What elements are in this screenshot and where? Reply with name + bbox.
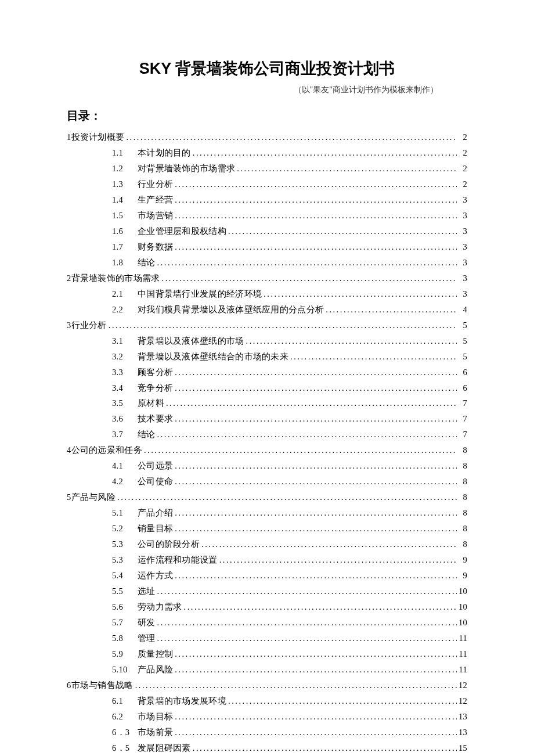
toc-entry-page: 5 xyxy=(457,333,467,349)
toc-entry-label: 技术要求 xyxy=(138,411,173,427)
toc-entry-label: 原材料 xyxy=(138,395,164,411)
toc-entry-label: 产品风险 xyxy=(138,662,173,678)
toc-entry-number: 6．3 xyxy=(112,725,138,740)
toc-leader-dots xyxy=(156,615,457,631)
toc-entry-page: 11 xyxy=(457,631,467,646)
toc-entry-label: 管理 xyxy=(138,631,156,646)
toc-leader-dots xyxy=(173,177,457,192)
toc-entry-label: 结论 xyxy=(138,255,156,271)
toc-entry-number: 1.5 xyxy=(112,208,138,224)
toc-leader-dots xyxy=(182,599,457,615)
toc-entry-page: 3 xyxy=(457,224,467,239)
toc-entry-number: 3.2 xyxy=(112,349,138,365)
toc-leader-dots xyxy=(173,725,457,740)
toc-entry-number: 5.3 xyxy=(112,537,138,552)
toc-entry: 3.6 技术要求7 xyxy=(67,411,467,427)
toc-leader-dots xyxy=(173,505,457,521)
toc-leader-dots xyxy=(226,693,457,709)
toc-entry-number: 5.10 xyxy=(112,662,138,678)
document-title: SKY 背景墙装饰公司商业投资计划书 xyxy=(67,58,467,79)
toc-entry-number: 6.2 xyxy=(112,709,138,725)
toc-leader-dots xyxy=(218,552,457,568)
toc-entry-page: 8 xyxy=(457,442,467,458)
toc-entry-label: 生产经营 xyxy=(138,192,173,208)
toc-entry-number: 4 xyxy=(67,442,71,458)
toc-leader-dots xyxy=(156,584,457,599)
toc-leader-dots xyxy=(173,239,457,255)
toc-entry-number: 6.1 xyxy=(112,693,138,709)
toc-entry-label: 市场与销售战略 xyxy=(71,678,134,693)
toc-entry-label: 研发 xyxy=(138,615,156,631)
toc-entry-number: 1 xyxy=(67,129,71,145)
toc-entry-page: 10 xyxy=(457,599,467,615)
toc-entry-page: 2 xyxy=(457,161,467,177)
toc-entry-page: 5 xyxy=(457,349,467,365)
toc-entry-number: 5.4 xyxy=(112,568,138,584)
toc-heading: 目录： xyxy=(67,108,467,124)
toc-leader-dots xyxy=(156,631,457,646)
toc-entry-page: 7 xyxy=(457,411,467,427)
toc-entry: 5 产品与风险8 xyxy=(67,489,467,505)
toc-leader-dots xyxy=(156,255,457,271)
toc-entry-number: 3 xyxy=(67,318,71,333)
toc-leader-dots xyxy=(173,646,457,662)
toc-entry-page: 3 xyxy=(457,255,467,271)
toc-entry: 6．3 市场前景13 xyxy=(67,725,467,740)
toc-entry-page: 9 xyxy=(457,568,467,584)
toc-entry-label: 市场营销 xyxy=(138,208,173,224)
toc-leader-dots xyxy=(142,442,457,458)
toc-entry-page: 13 xyxy=(457,709,467,725)
toc-entry-number: 5.1 xyxy=(112,505,138,521)
toc-entry-label: 运作方式 xyxy=(138,568,173,584)
toc-entry-label: 公司远景 xyxy=(138,458,173,474)
toc-leader-dots xyxy=(116,489,457,505)
toc-entry: 5.3 公司的阶段分析8 xyxy=(67,537,467,552)
document-subtitle: （以"果友"商业计划书作为模板来制作） xyxy=(67,85,467,95)
toc-entry-page: 3 xyxy=(457,286,467,302)
toc-entry-number: 3.7 xyxy=(112,427,138,442)
toc-entry-label: 公司的远景和任务 xyxy=(71,442,142,458)
toc-entry-number: 5.3 xyxy=(112,552,138,568)
toc-entry-number: 2.2 xyxy=(112,302,138,318)
toc-entry: 1.2 对背景墙装饰的市场需求2 xyxy=(67,161,467,177)
toc-entry-page: 13 xyxy=(457,725,467,740)
toc-entry-page: 7 xyxy=(457,427,467,442)
toc-entry-page: 3 xyxy=(457,208,467,224)
table-of-contents: 1 投资计划概要21.1 本计划的目的21.2 对背景墙装饰的市场需求21.3 … xyxy=(67,129,467,756)
toc-leader-dots xyxy=(244,333,457,349)
toc-entry-number: 5.7 xyxy=(112,615,138,631)
toc-entry-label: 企业管理层和股权结构 xyxy=(138,224,226,239)
toc-entry-page: 12 xyxy=(457,678,467,693)
toc-entry-label: 本计划的目的 xyxy=(138,145,191,161)
toc-leader-dots xyxy=(288,349,457,365)
toc-entry: 1.5 市场营销3 xyxy=(67,208,467,224)
toc-entry-label: 财务数据 xyxy=(138,239,173,255)
toc-entry-label: 运作流程和功能设置 xyxy=(138,552,218,568)
toc-leader-dots xyxy=(134,678,457,693)
toc-leader-dots xyxy=(173,568,457,584)
toc-entry-number: 1.1 xyxy=(112,145,138,161)
toc-entry-label: 背景墙装饰的市场需求 xyxy=(71,271,160,286)
toc-entry: 3.4 竞争分析6 xyxy=(67,380,467,396)
toc-entry-label: 发展阻碍因素 xyxy=(138,740,191,756)
toc-entry-number: 5.2 xyxy=(112,521,138,537)
toc-entry: 3.1 背景墙以及液体壁纸的市场5 xyxy=(67,333,467,349)
toc-entry-number: 2 xyxy=(67,271,71,286)
toc-entry-label: 背景墙以及液体壁纸的市场 xyxy=(138,333,244,349)
toc-entry-number: 3.6 xyxy=(112,411,138,427)
toc-entry: 1 投资计划概要2 xyxy=(67,129,467,145)
toc-entry-label: 劳动力需求 xyxy=(138,599,182,615)
toc-entry-page: 12 xyxy=(457,693,467,709)
toc-entry: 5.7 研发10 xyxy=(67,615,467,631)
toc-entry: 3.7 结论7 xyxy=(67,427,467,442)
toc-entry-page: 11 xyxy=(457,646,467,662)
toc-entry-label: 销量目标 xyxy=(138,521,173,537)
toc-entry-number: 1.7 xyxy=(112,239,138,255)
toc-entry-page: 2 xyxy=(457,145,467,161)
toc-entry-number: 1.4 xyxy=(112,192,138,208)
toc-entry-number: 2.1 xyxy=(112,286,138,302)
toc-entry: 3.3 顾客分析6 xyxy=(67,365,467,380)
toc-entry-label: 市场目标 xyxy=(138,709,173,725)
toc-entry: 5.5 选址10 xyxy=(67,584,467,599)
toc-entry: 5.3 运作流程和功能设置9 xyxy=(67,552,467,568)
